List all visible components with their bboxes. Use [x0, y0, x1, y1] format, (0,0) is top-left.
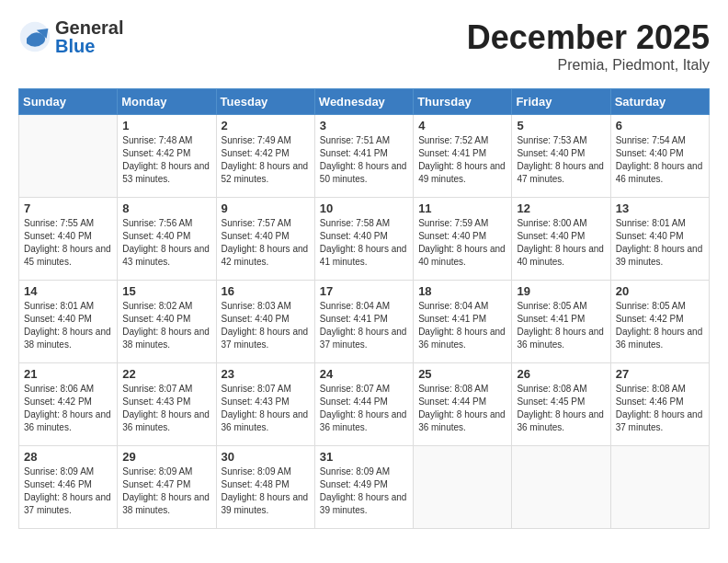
column-header-tuesday: Tuesday — [216, 89, 314, 115]
day-number: 8 — [122, 201, 210, 215]
column-header-monday: Monday — [118, 89, 216, 115]
calendar-cell: 27Sunrise: 8:08 AM Sunset: 4:46 PM Dayli… — [610, 363, 709, 446]
day-number: 19 — [517, 284, 605, 298]
location: Premia, Piedmont, Italy — [467, 57, 710, 74]
day-info: Sunrise: 7:56 AM Sunset: 4:40 PM Dayligh… — [122, 217, 210, 269]
day-number: 16 — [222, 284, 310, 298]
calendar-cell: 23Sunrise: 8:07 AM Sunset: 4:43 PM Dayli… — [216, 363, 314, 446]
day-number: 10 — [320, 201, 408, 215]
calendar-week-row: 28Sunrise: 8:09 AM Sunset: 4:46 PM Dayli… — [19, 446, 710, 529]
day-info: Sunrise: 8:07 AM Sunset: 4:43 PM Dayligh… — [222, 383, 310, 434]
calendar-cell: 11Sunrise: 7:59 AM Sunset: 4:40 PM Dayli… — [414, 198, 512, 281]
day-number: 18 — [418, 284, 506, 298]
day-number: 25 — [418, 367, 506, 381]
day-info: Sunrise: 8:08 AM Sunset: 4:44 PM Dayligh… — [418, 383, 506, 434]
day-number: 21 — [24, 367, 112, 381]
calendar-cell — [19, 115, 118, 198]
day-info: Sunrise: 8:07 AM Sunset: 4:43 PM Dayligh… — [122, 383, 210, 434]
day-number: 24 — [320, 367, 408, 381]
calendar-cell: 17Sunrise: 8:04 AM Sunset: 4:41 PM Dayli… — [314, 281, 413, 363]
calendar-cell: 22Sunrise: 8:07 AM Sunset: 4:43 PM Dayli… — [118, 363, 216, 446]
day-info: Sunrise: 7:53 AM Sunset: 4:40 PM Dayligh… — [517, 134, 605, 186]
day-number: 17 — [320, 284, 408, 298]
day-info: Sunrise: 8:03 AM Sunset: 4:40 PM Dayligh… — [222, 300, 310, 351]
logo-icon — [18, 20, 51, 53]
day-number: 26 — [517, 367, 605, 381]
day-number: 9 — [222, 201, 310, 215]
day-number: 28 — [24, 450, 112, 464]
day-info: Sunrise: 8:08 AM Sunset: 4:45 PM Dayligh… — [517, 383, 605, 434]
day-info: Sunrise: 8:08 AM Sunset: 4:46 PM Dayligh… — [616, 383, 704, 434]
day-number: 5 — [517, 119, 605, 132]
day-info: Sunrise: 8:07 AM Sunset: 4:44 PM Dayligh… — [320, 383, 408, 434]
calendar-cell: 5Sunrise: 7:53 AM Sunset: 4:40 PM Daylig… — [512, 115, 610, 198]
day-info: Sunrise: 8:05 AM Sunset: 4:41 PM Dayligh… — [517, 300, 605, 351]
calendar-cell: 18Sunrise: 8:04 AM Sunset: 4:41 PM Dayli… — [414, 281, 512, 363]
day-number: 11 — [418, 201, 506, 215]
calendar-cell: 10Sunrise: 7:58 AM Sunset: 4:40 PM Dayli… — [314, 198, 413, 281]
day-info: Sunrise: 8:01 AM Sunset: 4:40 PM Dayligh… — [24, 300, 112, 351]
logo: General Blue — [18, 18, 123, 55]
calendar-cell: 16Sunrise: 8:03 AM Sunset: 4:40 PM Dayli… — [216, 281, 314, 363]
month-title: December 2025 — [467, 18, 710, 57]
calendar-cell: 13Sunrise: 8:01 AM Sunset: 4:40 PM Dayli… — [610, 198, 709, 281]
day-info: Sunrise: 8:09 AM Sunset: 4:48 PM Dayligh… — [222, 465, 310, 517]
day-number: 1 — [122, 119, 210, 132]
day-info: Sunrise: 8:06 AM Sunset: 4:42 PM Dayligh… — [24, 383, 112, 434]
day-number: 6 — [616, 119, 704, 132]
calendar-cell: 12Sunrise: 8:00 AM Sunset: 4:40 PM Dayli… — [512, 198, 610, 281]
calendar-cell: 25Sunrise: 8:08 AM Sunset: 4:44 PM Dayli… — [414, 363, 512, 446]
day-number: 23 — [222, 367, 310, 381]
calendar-cell: 3Sunrise: 7:51 AM Sunset: 4:41 PM Daylig… — [314, 115, 413, 198]
day-number: 12 — [517, 201, 605, 215]
logo-blue: Blue — [55, 37, 123, 55]
day-info: Sunrise: 8:01 AM Sunset: 4:40 PM Dayligh… — [616, 217, 704, 269]
calendar-cell: 29Sunrise: 8:09 AM Sunset: 4:47 PM Dayli… — [118, 446, 216, 529]
day-info: Sunrise: 8:09 AM Sunset: 4:47 PM Dayligh… — [122, 465, 210, 517]
calendar-cell: 7Sunrise: 7:55 AM Sunset: 4:40 PM Daylig… — [19, 198, 118, 281]
calendar-cell: 15Sunrise: 8:02 AM Sunset: 4:40 PM Dayli… — [118, 281, 216, 363]
day-number: 31 — [320, 450, 408, 464]
day-number: 2 — [222, 119, 310, 132]
calendar-cell — [414, 446, 512, 529]
day-number: 22 — [122, 367, 210, 381]
day-info: Sunrise: 7:52 AM Sunset: 4:41 PM Dayligh… — [418, 134, 506, 186]
day-info: Sunrise: 7:55 AM Sunset: 4:40 PM Dayligh… — [24, 217, 112, 269]
day-info: Sunrise: 7:51 AM Sunset: 4:41 PM Dayligh… — [320, 134, 408, 186]
calendar-cell: 21Sunrise: 8:06 AM Sunset: 4:42 PM Dayli… — [19, 363, 118, 446]
column-header-sunday: Sunday — [19, 89, 118, 115]
calendar-week-row: 7Sunrise: 7:55 AM Sunset: 4:40 PM Daylig… — [19, 198, 710, 281]
calendar-cell: 4Sunrise: 7:52 AM Sunset: 4:41 PM Daylig… — [414, 115, 512, 198]
day-info: Sunrise: 7:49 AM Sunset: 4:42 PM Dayligh… — [222, 134, 310, 186]
calendar-week-row: 1Sunrise: 7:48 AM Sunset: 4:42 PM Daylig… — [19, 115, 710, 198]
day-info: Sunrise: 8:02 AM Sunset: 4:40 PM Dayligh… — [122, 300, 210, 351]
calendar-cell: 31Sunrise: 8:09 AM Sunset: 4:49 PM Dayli… — [314, 446, 413, 529]
day-number: 13 — [616, 201, 704, 215]
calendar-cell — [610, 446, 709, 529]
calendar-cell: 9Sunrise: 7:57 AM Sunset: 4:40 PM Daylig… — [216, 198, 314, 281]
column-header-thursday: Thursday — [414, 89, 512, 115]
day-info: Sunrise: 7:57 AM Sunset: 4:40 PM Dayligh… — [222, 217, 310, 269]
logo-text: General Blue — [55, 18, 123, 55]
day-number: 4 — [418, 119, 506, 132]
column-header-saturday: Saturday — [610, 89, 709, 115]
page-header: General Blue December 2025 Premia, Piedm… — [18, 18, 710, 74]
day-number: 27 — [616, 367, 704, 381]
calendar-week-row: 14Sunrise: 8:01 AM Sunset: 4:40 PM Dayli… — [19, 281, 710, 363]
calendar-table: SundayMondayTuesdayWednesdayThursdayFrid… — [18, 88, 710, 529]
logo-general: General — [55, 18, 123, 37]
day-number: 29 — [122, 450, 210, 464]
calendar-cell: 28Sunrise: 8:09 AM Sunset: 4:46 PM Dayli… — [19, 446, 118, 529]
column-header-wednesday: Wednesday — [314, 89, 413, 115]
calendar-week-row: 21Sunrise: 8:06 AM Sunset: 4:42 PM Dayli… — [19, 363, 710, 446]
calendar-cell: 2Sunrise: 7:49 AM Sunset: 4:42 PM Daylig… — [216, 115, 314, 198]
title-block: December 2025 Premia, Piedmont, Italy — [467, 18, 710, 74]
day-info: Sunrise: 8:09 AM Sunset: 4:46 PM Dayligh… — [24, 465, 112, 517]
day-info: Sunrise: 7:48 AM Sunset: 4:42 PM Dayligh… — [122, 134, 210, 186]
day-number: 15 — [122, 284, 210, 298]
calendar-cell: 14Sunrise: 8:01 AM Sunset: 4:40 PM Dayli… — [19, 281, 118, 363]
day-info: Sunrise: 8:04 AM Sunset: 4:41 PM Dayligh… — [418, 300, 506, 351]
calendar-cell: 26Sunrise: 8:08 AM Sunset: 4:45 PM Dayli… — [512, 363, 610, 446]
day-info: Sunrise: 8:04 AM Sunset: 4:41 PM Dayligh… — [320, 300, 408, 351]
day-info: Sunrise: 7:54 AM Sunset: 4:40 PM Dayligh… — [616, 134, 704, 186]
